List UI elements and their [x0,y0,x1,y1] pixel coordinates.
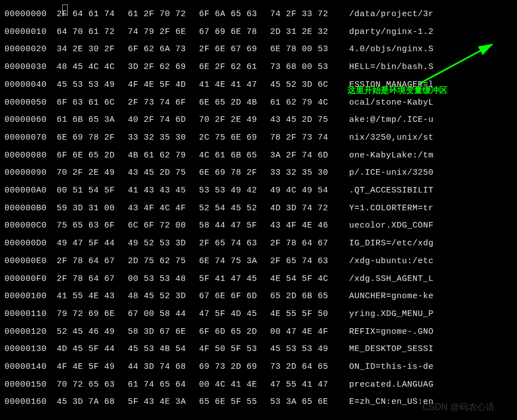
hex-group: 53 53 49 42 [199,182,260,200]
hex-row[interactable]: 0000001064 70 61 7274 79 2F 6E67 69 6E 7… [4,23,513,41]
hex-group: 70 72 65 63 [57,376,118,394]
hex-group: 58 44 47 5F [199,217,260,235]
hex-row[interactable]: 0000009070 2F 2E 4943 45 2D 756E 69 78 2… [4,164,513,182]
hex-group: 43 4F 4C 4F [128,200,189,218]
hex-group: 48 45 52 3D [128,288,189,305]
hex-group: 2F 65 74 63 [199,235,260,253]
ascii-text: ake:@/tmp/.ICE-u [349,111,434,129]
ascii-text: precated.LANGUAG [349,376,434,394]
hex-group: 59 3D 31 00 [57,200,118,218]
hex-group: 43 4F 4E 46 [270,217,331,235]
hex-row[interactable]: 0000015070 72 65 6361 74 65 6400 4C 41 4… [4,376,513,394]
hex-group: 6E 69 78 2F [57,129,118,147]
offset: 00000090 [4,164,57,182]
ascii-text: ME_DESKTOP_SESSI [349,340,434,358]
hex-group: 4E 54 5F 4C [270,270,331,288]
hex-group: 4E 55 5F 50 [270,305,331,323]
hex-group: 6E 69 78 2F [199,164,260,182]
hex-group: 6F 6D 65 2D [199,323,260,341]
hex-group: 6F 62 6A 73 [128,41,189,58]
hex-group: 6E 78 00 53 [270,41,331,58]
hex-group: 3A 2F 74 6D [270,147,331,165]
hex-row[interactable]: 000000706E 69 78 2F33 32 35 302C 75 6E 6… [4,129,513,147]
hex-row[interactable]: 0000004045 53 53 494F 4E 5F 4D41 4E 41 4… [4,76,513,94]
ascii-text: ESSION_MANAGER=l [349,76,434,94]
hex-row[interactable]: 0000003048 45 4C 4C3D 2F 62 696E 2F 62 6… [4,58,513,76]
offset: 000000E0 [4,253,57,270]
hex-group: 2F 65 74 63 [270,253,331,270]
hex-group: 00 51 54 5F [57,182,118,200]
hex-group: 00 53 53 48 [128,270,189,288]
ascii-text: yring.XDG_MENU_P [349,305,434,323]
hex-row[interactable]: 0000012052 45 46 4958 3D 67 6E6F 6D 65 2… [4,323,513,341]
hex-group: 45 53 53 49 [270,340,331,358]
hex-row[interactable]: 000000C075 65 63 6F6C 6F 72 0058 44 47 5… [4,217,513,235]
offset: 00000040 [4,76,57,94]
hex-group: 70 2F 2E 49 [57,164,118,182]
ascii-text: uecolor.XDG_CONF [349,217,434,235]
hex-group: 41 55 4E 43 [57,288,118,305]
hex-row[interactable]: 0000006061 6B 65 3A40 2F 74 6D70 2F 2E 4… [4,111,513,129]
offset: 00000070 [4,129,57,147]
hex-group: 6E 2F 62 61 [199,58,260,76]
hex-group: 40 2F 74 6D [128,111,189,129]
hex-group: 2D 75 62 75 [128,253,189,270]
offset: 00000050 [4,94,57,112]
hex-group: 6F 6E 65 2D [57,147,118,165]
hex-group: 49 4C 49 54 [270,182,331,200]
hex-row[interactable]: 0000002034 2E 30 2F6F 62 6A 732F 6E 67 6… [4,41,513,58]
offset: 00000100 [4,288,57,305]
hex-row[interactable]: 000000F02F 78 64 6700 53 53 485F 41 47 4… [4,270,513,288]
hex-group: 65 2D 6B 65 [270,288,331,305]
hex-group: 6F 6A 65 63 [199,6,260,23]
hex-group: 79 72 69 6E [57,305,118,323]
offset: 00000110 [4,305,57,323]
ascii-text: Y=1.COLORTERM=tr [349,200,434,218]
hex-group: 67 69 6E 78 [199,23,260,41]
hex-row[interactable]: 000000506F 63 61 6C2F 73 74 6F6E 65 2D 4… [4,94,513,112]
hex-viewer[interactable]: 000000002F 64 61 7461 2F 70 726F 6A 65 6… [4,6,513,411]
offset: 00000130 [4,340,57,358]
hex-group: 45 3D 7A 68 [57,393,118,411]
hex-group: 41 4E 41 47 [199,76,260,94]
hex-group: 2F 78 64 67 [270,235,331,253]
hex-row[interactable]: 000001404F 4E 5F 4944 3D 74 6869 73 2D 6… [4,358,513,376]
hex-group: 52 45 46 49 [57,323,118,341]
ascii-text: HELL=/bin/bash.S [349,58,434,76]
hex-group: 61 62 79 4C [270,94,331,112]
offset: 000000F0 [4,270,57,288]
hex-group: 43 45 2D 75 [270,111,331,129]
hex-group: 49 52 53 3D [128,235,189,253]
offset: 00000060 [4,111,57,129]
hex-row[interactable]: 000000E02F 78 64 672D 75 62 756E 74 75 3… [4,253,513,270]
hex-row[interactable]: 000001304D 45 5F 4445 53 4B 544F 50 5F 5… [4,340,513,358]
hex-row[interactable]: 0000016045 3D 7A 685F 43 4E 3A65 6E 5F 5… [4,393,513,411]
hex-group: 49 47 5F 44 [57,235,118,253]
hex-group: 4F 4E 5F 49 [57,358,118,376]
offset: 000000D0 [4,235,57,253]
hex-group: 4C 61 6B 65 [199,147,260,165]
offset: 00000120 [4,323,57,341]
hex-group: 67 00 58 44 [128,305,189,323]
hex-group: 61 2F 70 72 [128,6,189,23]
hex-group: 6F 63 61 6C [57,94,118,112]
hex-group: 33 32 35 30 [128,129,189,147]
hex-row[interactable]: 000000D049 47 5F 4449 52 53 3D2F 65 74 6… [4,235,513,253]
hex-row[interactable]: 0000011079 72 69 6E67 00 58 4447 5F 4D 4… [4,305,513,323]
hex-group: 2F 78 64 67 [57,253,118,270]
hex-row[interactable]: 000000B059 3D 31 0043 4F 4C 4F52 54 45 5… [4,200,513,218]
hex-row[interactable]: 0000010041 55 4E 4348 45 52 3D67 6E 6F 6… [4,288,513,305]
hex-group: 70 2F 2E 49 [199,111,260,129]
hex-group: 61 6B 65 3A [57,111,118,129]
hex-row[interactable]: 000000002F 64 61 7461 2F 70 726F 6A 65 6… [4,6,513,23]
hex-row[interactable]: 000000806F 6E 65 2D4B 61 62 794C 61 6B 6… [4,147,513,165]
hex-group: 48 45 4C 4C [57,58,118,76]
hex-group: 4D 3D 74 72 [270,200,331,218]
hex-group: 64 70 61 72 [57,23,118,41]
offset: 000000B0 [4,200,57,218]
hex-group: 45 52 3D 6C [270,76,331,94]
hex-group: 74 2F 33 72 [270,6,331,23]
hex-group: 61 74 65 64 [128,376,189,394]
hex-group: 2D 31 2E 32 [270,23,331,41]
hex-row[interactable]: 000000A000 51 54 5F41 43 43 4553 53 49 4… [4,182,513,200]
